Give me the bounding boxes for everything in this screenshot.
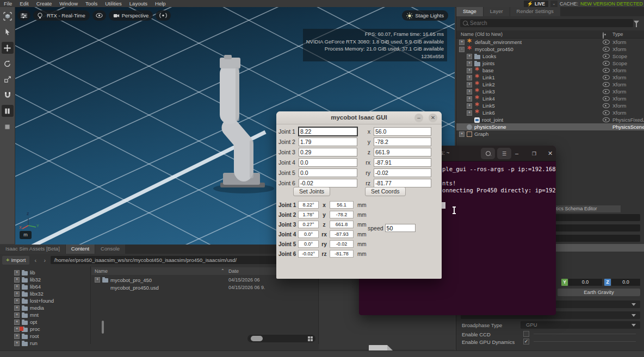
- close-icon[interactable]: ✕: [548, 149, 553, 157]
- stage-tree-row[interactable]: + Link6 Xform: [456, 109, 644, 116]
- file-row[interactable]: mycobot_pro450.usd 04/15/2026 06 9.: [91, 284, 318, 291]
- prim-name[interactable]: base: [482, 67, 494, 73]
- menu-item[interactable]: File: [0, 0, 16, 7]
- file-tree-item[interactable]: + mnt: [0, 311, 90, 318]
- terminal-menu-button[interactable]: ☰: [497, 148, 511, 159]
- menu-item[interactable]: Layouts: [126, 0, 151, 7]
- back-button[interactable]: ‹: [32, 257, 39, 264]
- file-tree-item[interactable]: + proc: [0, 325, 90, 333]
- column-date[interactable]: Date: [228, 268, 239, 274]
- semantics-schema-editor-tab[interactable]: mantics Schema Editor: [544, 205, 621, 212]
- coord-input[interactable]: [374, 127, 431, 136]
- expand-toggle[interactable]: +: [14, 327, 20, 332]
- set-joints-button[interactable]: Set Joints: [293, 187, 330, 196]
- folder-name[interactable]: proc: [30, 326, 40, 332]
- coord-input[interactable]: [374, 179, 431, 187]
- visibility-button[interactable]: [92, 10, 106, 21]
- rotate-tool-button[interactable]: [2, 58, 14, 70]
- joint-input[interactable]: [299, 148, 357, 156]
- file-tree-item[interactable]: + lib64: [0, 283, 90, 290]
- panel-tab[interactable]: Stage: [456, 7, 483, 16]
- stage-tree-header[interactable]: Name (Old to New) Type: [456, 30, 644, 39]
- stop-button[interactable]: [2, 121, 14, 133]
- column-type[interactable]: Type: [612, 32, 623, 37]
- coord-input[interactable]: [374, 168, 431, 177]
- prim-name[interactable]: Link6: [482, 110, 495, 116]
- prim-name[interactable]: Link4: [482, 96, 495, 102]
- thumbnail-size-slider[interactable]: [247, 335, 315, 342]
- folder-name[interactable]: libx32: [30, 291, 44, 297]
- grid-view-icon[interactable]: [308, 336, 313, 341]
- maximize-icon[interactable]: ❐: [532, 150, 536, 158]
- broadphase-dropdown[interactable]: GPU: [521, 321, 640, 329]
- file-name[interactable]: mycobot_pro_450: [110, 277, 152, 283]
- visibility-eye-icon[interactable]: [603, 103, 610, 108]
- file-tree-item[interactable]: + lib: [0, 269, 90, 276]
- prim-name[interactable]: root_joint: [482, 117, 503, 123]
- close-button[interactable]: ✕: [429, 114, 437, 122]
- file-tree-item[interactable]: + media: [0, 304, 90, 311]
- minimize-icon[interactable]: –: [515, 149, 518, 157]
- visibility-eye-icon[interactable]: [603, 47, 610, 52]
- folder-name[interactable]: opt: [30, 319, 37, 325]
- import-button[interactable]: + Import: [2, 256, 29, 265]
- selection-mode-button[interactable]: [2, 10, 14, 22]
- expand-toggle[interactable]: -: [459, 47, 465, 52]
- dialog-titlebar[interactable]: mycobot Isaac GUI – ✕: [276, 111, 442, 124]
- viewport-settings-button[interactable]: [17, 10, 30, 21]
- gravity-z-value[interactable]: 0.0: [611, 279, 640, 286]
- minimize-button[interactable]: –: [414, 114, 423, 122]
- file-tree-item[interactable]: + lib32: [0, 276, 90, 283]
- visibility-eye-icon[interactable]: [603, 82, 610, 87]
- stage-tree-row[interactable]: - mycobot_pro450 Xform: [456, 46, 644, 53]
- file-tree-item[interactable]: + opt: [0, 318, 90, 325]
- stage-tree-row[interactable]: physicsScene PhysicsScene: [456, 123, 644, 130]
- prim-name[interactable]: Link5: [482, 103, 495, 109]
- expand-toggle[interactable]: +: [459, 131, 465, 137]
- prim-name[interactable]: Link2: [482, 82, 495, 87]
- menu-item[interactable]: Edit: [16, 0, 32, 7]
- prim-name[interactable]: default_environment: [475, 39, 522, 45]
- stage-tree-row[interactable]: + Graph: [456, 130, 644, 137]
- folder-name[interactable]: lost+found: [30, 298, 54, 304]
- file-tree-item[interactable]: + libx32: [0, 290, 90, 297]
- expand-toggle[interactable]: +: [467, 110, 472, 116]
- pause-button[interactable]: [2, 105, 14, 117]
- file-name[interactable]: mycobot_pro450.usd: [110, 285, 159, 291]
- visibility-eye-icon[interactable]: [603, 75, 610, 80]
- expand-toggle[interactable]: +: [14, 284, 20, 290]
- terminal-search-button[interactable]: [481, 148, 495, 159]
- prim-name[interactable]: Graph: [474, 131, 488, 137]
- panel-tab[interactable]: Isaac Sim Assets [Beta]: [0, 245, 65, 254]
- select-tool-button[interactable]: [2, 26, 14, 38]
- expand-toggle[interactable]: +: [459, 40, 465, 45]
- folder-name[interactable]: mnt: [30, 312, 39, 318]
- expand-toggle[interactable]: +: [467, 61, 472, 66]
- visibility-eye-icon[interactable]: [603, 96, 610, 101]
- expand-toggle[interactable]: +: [467, 54, 472, 59]
- expand-toggle[interactable]: +: [14, 270, 20, 275]
- stage-tree-row[interactable]: + joints Scope: [456, 60, 644, 67]
- filter-icon[interactable]: [634, 21, 639, 24]
- expand-toggle[interactable]: +: [467, 82, 472, 87]
- prim-name[interactable]: physicsScene: [474, 124, 506, 130]
- visibility-eye-icon[interactable]: [603, 61, 610, 66]
- move-tool-button[interactable]: [2, 42, 14, 54]
- folder-name[interactable]: run: [30, 340, 38, 346]
- stage-tree-row[interactable]: + Link1 Xform: [456, 74, 644, 81]
- enable-gpu-dynamics-checkbox[interactable]: [523, 339, 529, 345]
- coord-input[interactable]: [374, 158, 431, 167]
- prim-name[interactable]: Looks: [482, 53, 496, 59]
- visibility-eye-icon[interactable]: [603, 40, 610, 45]
- expand-toggle[interactable]: +: [14, 291, 20, 297]
- folder-name[interactable]: lib64: [30, 284, 41, 290]
- slider-handle[interactable]: [251, 336, 263, 341]
- live-dropdown-chevron-icon[interactable]: ⌄: [550, 1, 558, 7]
- column-name[interactable]: Name (Old to New): [461, 32, 503, 37]
- prim-name[interactable]: joints: [482, 60, 494, 66]
- folder-name[interactable]: root: [30, 333, 39, 339]
- prim-name[interactable]: Link1: [482, 74, 495, 80]
- expand-toggle[interactable]: +: [14, 312, 20, 318]
- visibility-eye-icon[interactable]: [603, 89, 610, 94]
- speed-input[interactable]: [385, 224, 416, 232]
